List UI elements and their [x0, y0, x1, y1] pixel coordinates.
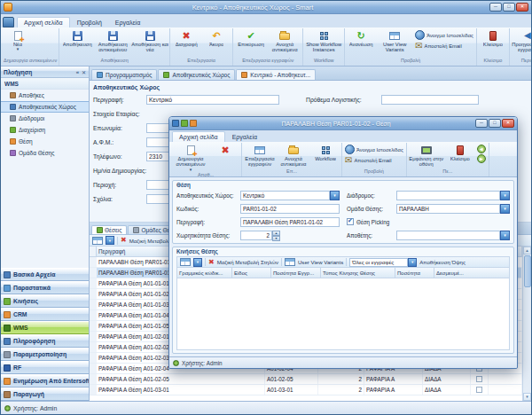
dialog-tab-tools[interactable]: Εργαλεία [226, 132, 263, 142]
dialog-tab-home[interactable]: Αρχική σελίδα [172, 131, 225, 142]
dialog-quick-icon-refresh[interactable] [181, 120, 188, 127]
depositor-combo[interactable]: ▾ [396, 231, 510, 240]
code-field[interactable] [240, 204, 340, 214]
grid-menu-caret-icon[interactable]: ▾ [193, 258, 202, 267]
sidebar-accordion-item[interactable]: Παραγωγή [1, 388, 89, 401]
chevron-down-icon[interactable]: ▾ [500, 191, 510, 200]
column-header[interactable]: Ποσότητα [395, 268, 434, 278]
sidebar-accordion-item[interactable]: WMS [1, 321, 89, 334]
grid-menu-icon[interactable] [180, 258, 191, 266]
delete-button[interactable]: ✖ Διαγραφή [171, 28, 201, 58]
table-row[interactable]: ΡΑΦΑΡΙΑ Α Θέση A01-02-05 A01-02-05 2 ΡΑΦ… [90, 374, 522, 385]
open-items-button[interactable]: Ανοιχτά αντικείμενα [268, 28, 301, 58]
scroll-up-icon[interactable]: ▲ [523, 247, 531, 254]
grid-menu-caret-icon[interactable]: ▾ [106, 236, 114, 245]
dialog-send-email-button[interactable]: ✉ Αποστολή Email [345, 155, 403, 165]
sidebar-tree-item[interactable]: Διαχείριση [1, 124, 89, 136]
row-selector[interactable] [90, 310, 97, 320]
dialog-show-screen-button[interactable]: Εμφάνιση στην οθόνη [408, 143, 445, 168]
capacity-field[interactable] [240, 231, 272, 240]
accounting-prefix-field[interactable] [381, 95, 479, 105]
dialog-close-button[interactable]: ✕ [502, 119, 514, 128]
save-view-button[interactable]: Αποθήκευση Όψης [419, 259, 466, 265]
dialog-quick-icon-save[interactable] [172, 120, 179, 127]
row-selector[interactable] [90, 364, 97, 373]
depositor-value[interactable] [396, 231, 500, 240]
save-button[interactable]: Αποθήκευση [60, 28, 94, 58]
minimize-button[interactable]: ─ [489, 3, 502, 12]
picking-checkbox[interactable] [347, 218, 354, 225]
cell-checkbox[interactable] [471, 385, 489, 395]
row-selector[interactable] [90, 332, 97, 341]
send-email-button[interactable]: ✉ Αποστολή Email [415, 41, 473, 51]
sidebar-accordion-item[interactable]: RF [1, 361, 89, 374]
row-selector[interactable] [90, 353, 97, 363]
warehouse-space-combo[interactable]: ▾ [240, 191, 340, 200]
row-selector[interactable] [90, 257, 97, 267]
tab-central-warehouse[interactable]: Κεντρικό - Αποθηκευτ... [236, 69, 316, 80]
tab-home[interactable]: Αρχική σελίδα [17, 17, 70, 27]
column-header[interactable]: Τύπος Κίνησης Θέσης [321, 268, 395, 278]
sidebar-tree-item[interactable]: Ομάδα Θέσης [1, 147, 89, 159]
save-object-button[interactable]: Αποθήκευση αντικειμένου [94, 28, 131, 58]
position-group-value[interactable] [396, 204, 500, 214]
show-workflow-button[interactable]: Show Workflow Instances [304, 28, 343, 58]
scroll-down-icon[interactable]: ▼ [523, 393, 531, 401]
dialog-quick-icon-options[interactable] [190, 120, 197, 127]
capacity-spinner[interactable]: ▲▼ [272, 231, 280, 240]
chevron-down-icon[interactable]: ▾ [500, 231, 510, 240]
position-group-combo[interactable]: ▾ [396, 204, 510, 214]
cell-checkbox[interactable] [471, 374, 489, 384]
close-button[interactable]: ✕ [516, 3, 528, 12]
save-and-new-button[interactable]: Αποθήκευση και νέα [131, 28, 168, 58]
row-selector[interactable] [90, 374, 97, 384]
dialog-minimize-button[interactable]: ─ [475, 119, 488, 128]
user-view-variants-button[interactable]: User View Variants [298, 259, 343, 265]
pin-icon[interactable]: « [76, 69, 79, 75]
dialog-maximize-button[interactable]: □ [489, 119, 501, 128]
tab-tools[interactable]: Εργαλεία [109, 18, 146, 27]
row-selector[interactable] [90, 385, 97, 395]
tab-programming[interactable]: Προγραμματισμός [91, 69, 157, 80]
sidebar-accordion-item[interactable]: CRM [1, 308, 89, 321]
close-panel-icon[interactable]: ✕ [82, 69, 86, 75]
sidebar-tree-item[interactable]: Αποθήκες [1, 90, 89, 101]
close-ribbon-button[interactable]: Κλείσιμο [478, 28, 508, 58]
aisle-combo[interactable]: ▾ [396, 191, 510, 200]
previous-record-button[interactable]: ◀ Προηγούμενη εγγραφή [511, 28, 531, 58]
column-header[interactable]: Γραμμικός κώδικ... [177, 268, 232, 278]
records-filter-combo[interactable]: Όλες οι εγγραφές ▾ [349, 258, 417, 267]
sidebar-accordion-item[interactable]: Πληροφόρηση [1, 334, 89, 348]
maximize-button[interactable]: □ [503, 3, 515, 12]
dialog-workflow-button[interactable]: Workflow [310, 143, 340, 168]
table-row[interactable]: ΡΑΦΑΡΙΑ Α Θέση A01-03-01 A01-03-01 2 ΡΑΦ… [90, 385, 522, 395]
dialog-create-objects-button[interactable]: Δημιουργία αντικειμένων ▾ [171, 143, 210, 172]
sidebar-accordion-item[interactable]: Παραστατικά [1, 281, 89, 294]
warehouse-space-value[interactable] [240, 191, 330, 200]
sidebar-tree-item[interactable]: Θέση [1, 136, 89, 147]
sidebar-accordion-item[interactable]: Ενημέρωση Από Entersoft [1, 374, 89, 388]
open-web-button[interactable]: Άνοιγμα Ιστοσελίδας [415, 30, 473, 40]
scrollbar-thumb[interactable] [524, 255, 531, 287]
row-selector[interactable] [90, 321, 97, 331]
sidebar-accordion-item[interactable]: Παραμετροποίηση [1, 348, 89, 361]
dialog-previous-record-icon[interactable]: ◀ [477, 145, 486, 153]
description-field[interactable] [146, 95, 279, 105]
refresh-button[interactable]: ↻ Ανανέωση [346, 28, 376, 58]
grid-menu-icon[interactable] [92, 237, 103, 245]
delete-row-icon[interactable]: ✖ [208, 259, 215, 266]
dialog-next-record-icon[interactable]: ▶ [477, 154, 486, 163]
user-view-variants-button[interactable]: User View Variants [376, 28, 413, 58]
column-header[interactable]: Ποσότητα Εγγρ... [271, 268, 321, 278]
cancel-button[interactable]: ↶ Άκυρο [201, 28, 231, 58]
application-menu-button[interactable] [3, 17, 14, 27]
row-selector[interactable] [90, 300, 97, 309]
sidebar-accordion-item[interactable]: Βασικά Αρχεία [1, 268, 89, 281]
chevron-down-icon[interactable]: ▾ [500, 204, 510, 214]
tab-view[interactable]: Προβολή [71, 18, 108, 27]
row-selector[interactable] [90, 278, 97, 288]
dialog-open-web-button[interactable]: Άνοιγμα Ιστοσελίδας [345, 145, 403, 154]
view-variants-icon[interactable] [285, 258, 295, 266]
validate-button[interactable]: ✔ Επικύρωση [234, 28, 268, 58]
dialog-delete-button[interactable]: ✖ [210, 143, 240, 172]
